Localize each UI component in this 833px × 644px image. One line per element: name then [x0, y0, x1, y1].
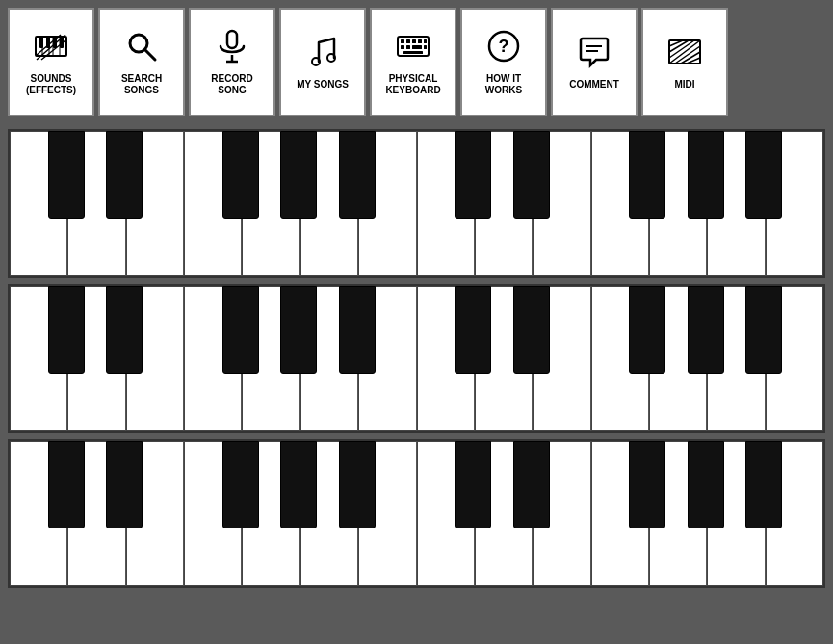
black-key[interactable] [629, 286, 665, 374]
black-key[interactable] [339, 131, 376, 219]
piano-icon [34, 29, 68, 68]
physical-keyboard-label: PHYSICALKEYBOARD [385, 73, 440, 96]
black-key[interactable] [106, 131, 143, 219]
svg-rect-20 [418, 39, 422, 43]
search-songs-label: SEARCHSONGS [121, 73, 162, 96]
black-key[interactable] [745, 131, 782, 219]
midi-button[interactable]: MIDI [641, 8, 728, 116]
black-key[interactable] [339, 286, 376, 374]
physical-keyboard-button[interactable]: PHYSICALKEYBOARD [370, 8, 456, 116]
my-songs-label: MY SONGS [297, 79, 349, 90]
svg-rect-19 [412, 39, 416, 43]
keyboard-icon [396, 29, 430, 68]
black-key[interactable] [455, 286, 491, 374]
piano-row-2 [8, 284, 825, 433]
record-song-label: RECORDSONG [211, 73, 252, 96]
piano-row-1 [8, 129, 825, 278]
black-key[interactable] [688, 441, 724, 528]
black-key[interactable] [745, 286, 782, 374]
black-key[interactable] [629, 441, 665, 528]
black-key[interactable] [222, 441, 259, 528]
help-icon: ? [486, 29, 521, 68]
black-key[interactable] [513, 131, 550, 219]
piano-section [0, 125, 833, 595]
toolbar: SOUNDS(EFFECTS) SEARCHSONGS RECORDSONG [0, 0, 833, 125]
black-key[interactable] [106, 441, 143, 528]
how-it-works-label: HOW ITWORKS [485, 73, 522, 96]
black-key[interactable] [280, 286, 317, 374]
svg-rect-17 [401, 39, 404, 43]
black-key[interactable] [48, 441, 85, 528]
midi-icon [667, 35, 702, 74]
comment-button[interactable]: COMMENT [551, 8, 638, 116]
black-key[interactable] [688, 131, 724, 219]
svg-rect-25 [424, 45, 427, 49]
note-icon [305, 35, 340, 74]
black-key[interactable] [48, 286, 85, 374]
how-it-works-button[interactable]: ? HOW ITWORKS [460, 8, 547, 116]
sounds-effects-button[interactable]: SOUNDS(EFFECTS) [8, 8, 94, 116]
my-songs-button[interactable]: MY SONGS [279, 8, 366, 116]
svg-rect-21 [424, 39, 427, 43]
black-key[interactable] [513, 441, 550, 528]
search-icon [124, 29, 159, 68]
black-key[interactable] [455, 441, 491, 528]
search-songs-button[interactable]: SEARCHSONGS [98, 8, 185, 116]
black-key[interactable] [455, 131, 491, 219]
black-key[interactable] [280, 131, 317, 219]
svg-line-10 [145, 50, 155, 60]
black-key[interactable] [280, 441, 317, 528]
comment-label: COMMENT [569, 79, 619, 90]
black-key[interactable] [629, 131, 665, 219]
black-key[interactable] [745, 441, 782, 528]
svg-rect-24 [412, 45, 422, 49]
comment-icon [577, 35, 612, 74]
sounds-effects-label: SOUNDS(EFFECTS) [26, 73, 76, 96]
black-key[interactable] [222, 131, 259, 219]
svg-rect-26 [403, 51, 423, 54]
svg-rect-18 [406, 39, 410, 43]
black-key[interactable] [513, 286, 550, 374]
mic-icon [215, 29, 249, 68]
midi-label: MIDI [674, 79, 694, 90]
record-song-button[interactable]: RECORDSONG [189, 8, 275, 116]
black-key[interactable] [688, 286, 724, 374]
svg-rect-11 [227, 31, 237, 48]
svg-rect-23 [406, 45, 410, 49]
black-key[interactable] [339, 441, 376, 528]
piano-row-3 [8, 439, 825, 588]
svg-text:?: ? [499, 37, 509, 56]
black-key[interactable] [222, 286, 259, 374]
svg-rect-22 [401, 45, 404, 49]
black-key[interactable] [106, 286, 143, 374]
black-key[interactable] [48, 131, 85, 219]
